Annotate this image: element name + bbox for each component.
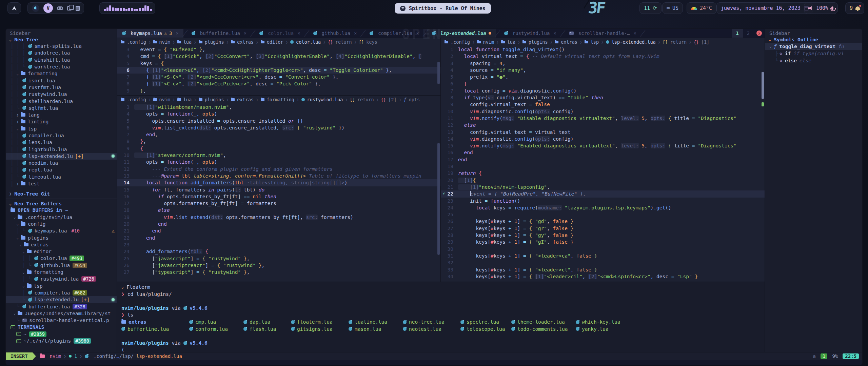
tree-item[interactable]: ⌄config <box>6 221 117 227</box>
tree-item[interactable]: │ │ lsp-extended.lu[+] <box>6 153 117 160</box>
tab-keymaps-lua[interactable]: keymaps.lua⚠3× <box>117 29 183 38</box>
tree-item[interactable]: │ └ rustywind.lua#726 <box>6 276 117 282</box>
neotree-section-filesystem[interactable]: ⌄ Neo-Tree <box>6 37 117 43</box>
code-line[interactable]: 1local function toggle_diag_virtext() <box>441 46 765 53</box>
scrollbar-handle[interactable] <box>437 143 440 255</box>
tab-lsp-extended-lua[interactable]: lsp-extended.lua <box>427 29 496 38</box>
code-line[interactable]: 6 { [1]"<leader>uC", [2]"<cmd>CccHighlig… <box>117 67 440 74</box>
tree-item[interactable]: ⌄.config/nvim/lua <box>6 214 117 221</box>
code-line[interactable]: 8 }, <box>117 138 440 145</box>
code-line[interactable]: 17 opts.formatters_by_ft[ft] = formatter… <box>117 200 440 207</box>
updates-module[interactable]: 11 ⟳ <box>639 2 662 14</box>
keyboard-layout-module[interactable]: ⌨ US <box>662 2 683 14</box>
tree-item[interactable]: ⌄Juegos/Indies/SteamLibrary/st <box>6 310 117 317</box>
code-line[interactable]: 25 <box>441 211 765 218</box>
scrollbar-handle[interactable] <box>437 62 440 84</box>
code-line[interactable]: 3 event = { "BufRead" }, <box>117 46 440 53</box>
code-line[interactable]: 18 else <box>117 207 440 214</box>
tab-compiler-lua[interactable]: compiler.lua× <box>365 29 424 38</box>
workspace-vim-icon[interactable]: V <box>43 3 53 13</box>
code-line[interactable]: 14 vim.diagnostic.config(opts: config) <box>441 136 765 142</box>
code-line[interactable]: 15 vim.notify(msg: "Enabled diagnostics … <box>441 142 765 149</box>
close-icon[interactable]: × <box>297 30 300 36</box>
code-line[interactable]: 11 vim.notify(msg: "Disable diagnostics … <box>441 115 765 122</box>
tree-item[interactable]: └ lsp-extended.lu[+] <box>6 296 117 303</box>
code-line[interactable]: ⚡22 event = { "BufReadPre", "BufNewFile"… <box>441 190 765 197</box>
code-line[interactable]: 9 config.virtual_text = false <box>441 101 765 108</box>
code-line[interactable]: 3 spacing = 4, <box>441 60 765 67</box>
code-line[interactable]: 18 <box>441 163 765 170</box>
tree-item[interactable]: ❯_TERMINALS <box>6 324 117 330</box>
floaterm-panel[interactable]: ⌄ Floaterm ❯cd lua/plugins/ nvim/lua/plu… <box>117 282 765 352</box>
code-line[interactable]: 8 if type(v: config.virtual_text) == "ta… <box>441 94 765 101</box>
code-line[interactable]: 17end <box>441 156 765 163</box>
tree-item[interactable]: │ │ │ smart-splits.lua <box>6 43 117 49</box>
tree-item[interactable]: ⌄extras <box>6 241 117 248</box>
code-line[interactable]: 12 else <box>441 122 765 128</box>
code-line[interactable]: 6 vim.list_extend(dst: opts.ensure_insta… <box>117 124 440 131</box>
floaterm-header[interactable]: ⌄ Floaterm <box>121 284 761 291</box>
close-icon[interactable]: × <box>634 30 636 36</box>
tree-item[interactable]: ⌄editor <box>6 248 117 255</box>
tree-item[interactable]: │ ❯linting <box>6 118 117 125</box>
tree-item[interactable]: │ │ │ undotree.lua <box>6 49 117 56</box>
code-line[interactable]: 10 vim.diagnostic.config(opts: config) <box>441 108 765 115</box>
tab-rustywind-lua[interactable]: rustywind.lua× <box>499 29 561 38</box>
code-line[interactable]: 19 vim.list_extend(dst: opts.formatters_… <box>117 214 440 221</box>
tree-item[interactable]: │ ⌄formatting <box>6 70 117 77</box>
audio-module[interactable]: 100% <box>804 2 838 14</box>
tree-item[interactable]: │ │ rustywind.lua <box>6 91 117 98</box>
code-line[interactable]: 34 keys[#keys + 1] = { [1]"<leader>cil",… <box>441 273 765 280</box>
code-line[interactable]: 7 local config = vim.diagnostic.config() <box>441 87 765 94</box>
code-line[interactable]: 21 end <box>117 227 440 234</box>
neotree-section-git[interactable]: ❯ Neo-Tree Git <box>6 191 117 197</box>
code-area[interactable]: 3 event = { "BufRead" },4 cmd = { [1]"Cc… <box>117 46 440 94</box>
code-line[interactable]: 13 ---@param tbl table<string, conform.F… <box>117 172 440 179</box>
scrollbar-handle[interactable] <box>762 72 764 99</box>
neotree-section-buffers[interactable]: ⌄ Neo-Tree Buffers <box>6 201 117 207</box>
tree-item[interactable]: ⌄plugins <box>6 234 117 241</box>
tree-item[interactable]: │ ⌄lsp <box>6 125 117 132</box>
tab-github-lua[interactable]: github.lua× <box>309 29 362 38</box>
tree-item[interactable]: │ └ timeout.lua <box>6 174 117 180</box>
close-icon[interactable]: × <box>553 30 556 36</box>
tree-item[interactable]: │ ❯test <box>6 180 117 187</box>
code-line[interactable]: 4 source = "if_many", <box>441 67 765 74</box>
notifications-module[interactable]: 9 <box>845 2 864 14</box>
code-line[interactable]: 16 if opts.formatters_by_ft[ft] == nil t… <box>117 193 440 200</box>
tree-item[interactable]: │ │ │ winshift.lua <box>6 57 117 63</box>
tree-item[interactable]: │ │ └ worktree.lua <box>6 63 117 70</box>
editor-pane-lsp-extended-lua[interactable]: .config❯nvim❯lua❯plugins❯extras❯lsp❯lsp-… <box>441 38 765 282</box>
close-icon[interactable]: × <box>354 30 357 36</box>
symbol-item[interactable]: ⌄ƒtoggle_diag_virtextfu <box>765 43 862 50</box>
symbol-item[interactable]: └◇elseelse <box>765 57 862 64</box>
close-icon[interactable]: × <box>176 30 178 36</box>
code-line[interactable]: 26 ["javascriptreact"] = { "rustywind" }… <box>117 262 440 269</box>
tree-item[interactable]: OPEN BUFFERS in ~ <box>6 207 117 214</box>
close-icon[interactable]: × <box>244 30 246 36</box>
workspace-game-icon[interactable] <box>57 6 63 10</box>
code-line[interactable]: 26 keys[#keys + 1] = { "gd", false } <box>441 218 765 225</box>
tree-item[interactable]: │ │ compiler.lua <box>6 132 117 139</box>
code-line[interactable]: 27 keys[#keys + 1] = { "gr", false } <box>441 225 765 232</box>
code-line[interactable]: 6 } <box>441 80 765 87</box>
code-line[interactable]: 7 { [1]"<S-C>", [2]"<cmd>CccConvert<cr>"… <box>117 74 440 80</box>
tree-item[interactable]: │ │ rustfmt.lua <box>6 84 117 91</box>
code-line[interactable]: 22 end <box>117 235 440 241</box>
workspace-windows-icon[interactable] <box>67 6 72 11</box>
launcher-button[interactable] <box>7 2 21 14</box>
code-area[interactable]: 3 [1]"williamboman/mason.nvim",4 opts = … <box>117 104 440 276</box>
code-line[interactable]: 19return { <box>441 170 765 177</box>
editor-pane-color-lua[interactable]: .config❯nvim❯lua❯plugins❯extras❯editor❯c… <box>117 38 440 96</box>
code-line[interactable]: 5 keys = { <box>117 60 440 67</box>
tab-scrollbar-handle-[interactable]: scrollbar-handle-…× <box>565 29 641 38</box>
tree-item[interactable]: │ └ sqlfmt.lua <box>6 105 117 111</box>
clock-module[interactable]: jueves, noviembre 16, 2023 <box>716 2 813 14</box>
close-all-button[interactable]: x <box>756 30 762 36</box>
code-line[interactable]: 23 init = function() <box>441 198 765 204</box>
code-line[interactable]: 12 --- Extend the conform plugin config … <box>117 166 440 172</box>
code-line[interactable]: 32 <box>441 259 765 266</box>
code-line[interactable]: 14 local function add_formatters(tbl :ta… <box>117 179 440 186</box>
code-line[interactable]: 11 opts = function(_, opts) <box>117 159 440 165</box>
code-line[interactable]: 7 end, <box>117 131 440 138</box>
